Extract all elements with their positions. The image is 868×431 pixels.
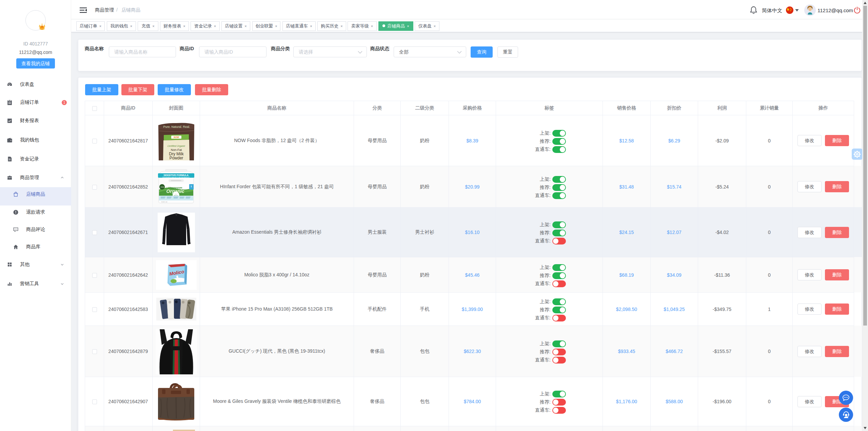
svg-text:SENSITIVE FORMULA: SENSITIVE FORMULA <box>163 174 189 176</box>
svg-text:USDA: USDA <box>160 187 164 188</box>
svg-text:Certified Organic: Certified Organic <box>167 145 185 148</box>
svg-text:Non-Fat: Non-Fat <box>171 148 182 152</box>
svg-text:Pure. Natural. Real.: Pure. Natural. Real. <box>163 125 190 129</box>
svg-text:ROW 1 LB: ROW 1 LB <box>161 201 167 203</box>
svg-text:FOR FUSSINESS & GAS DUE TO LAC: FOR FUSSINESS & GAS DUE TO LACTOSE SENSI… <box>162 176 190 178</box>
svg-text:Powder: Powder <box>169 156 183 160</box>
svg-text:NOW: NOW <box>174 136 179 138</box>
svg-text:1: 1 <box>191 185 192 188</box>
